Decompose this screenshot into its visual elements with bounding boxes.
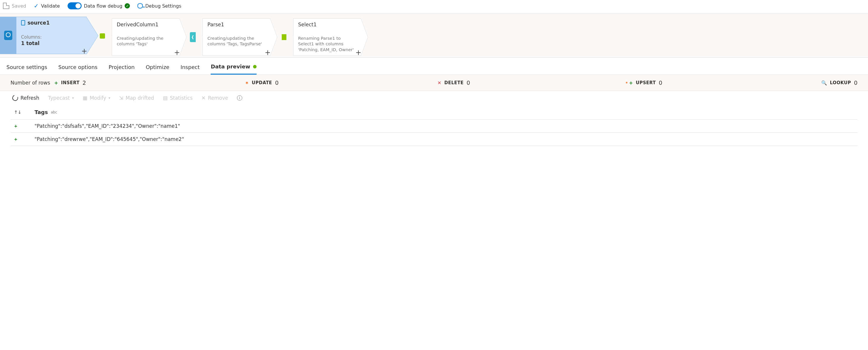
- add-step-icon[interactable]: +: [355, 49, 361, 57]
- update-icon: ✶: [245, 80, 249, 86]
- table-row[interactable]: +"Patching":"drewrwe","EAM_ID":"645645",…: [10, 133, 858, 146]
- source-name: source1: [28, 20, 50, 26]
- step-title: Select1: [298, 22, 356, 28]
- modify-icon: ▦: [83, 95, 88, 101]
- sql-database-icon: [4, 31, 12, 40]
- database-icon: [137, 3, 143, 8]
- map-drifted-button[interactable]: ⇲ Map drifted: [119, 95, 154, 101]
- table-header-row: ↑↓ Tags abc: [10, 105, 858, 120]
- validate-label: Validate: [41, 3, 60, 9]
- insert-row-icon: +: [14, 137, 34, 141]
- step-title: DerivedColumn1: [117, 22, 175, 28]
- debug-settings-button[interactable]: Debug Settings: [137, 3, 181, 9]
- tab-projection[interactable]: Projection: [108, 63, 134, 74]
- save-icon: [3, 3, 9, 9]
- preview-table: ↑↓ Tags abc +"Patching":"dsfsafs","EAM_I…: [10, 105, 858, 146]
- column-name[interactable]: Tags: [34, 109, 48, 115]
- stat-insert: + INSERT 2: [54, 79, 86, 86]
- lookup-icon: 🔍: [821, 80, 827, 86]
- step-description: Creating/updating the columns 'Tags': [117, 36, 175, 47]
- remove-button[interactable]: ✕ Remove: [201, 95, 228, 101]
- insert-row-icon: +: [14, 124, 34, 128]
- map-drifted-icon: ⇲: [119, 95, 123, 101]
- info-icon[interactable]: i: [237, 95, 242, 101]
- remove-icon: ✕: [201, 95, 205, 101]
- add-step-icon[interactable]: +: [265, 49, 271, 57]
- dataflow-debug-toggle[interactable]: Data flow debug: [68, 2, 130, 9]
- columns-total: 1 total: [21, 40, 82, 46]
- dataflow-debug-label: Data flow debug: [84, 3, 123, 9]
- tab-inspect[interactable]: Inspect: [181, 63, 200, 74]
- tab-data-preview[interactable]: Data preview: [211, 63, 256, 74]
- dataset-file-icon: [21, 20, 25, 26]
- top-toolbar: Saved Validate Data flow debug Debug Set…: [0, 0, 868, 14]
- table-row[interactable]: +"Patching":"dsfsafs","EAM_ID":"234234",…: [10, 120, 858, 133]
- stat-lookup: 🔍 LOOKUP 0: [821, 79, 858, 86]
- columns-label: Columns:: [21, 34, 82, 40]
- debug-settings-label: Debug Settings: [145, 3, 181, 9]
- tab-source-options[interactable]: Source options: [58, 63, 97, 74]
- statistics-button[interactable]: ▤ Statistics: [163, 95, 193, 101]
- typecast-button[interactable]: Typecast▾: [48, 95, 74, 101]
- step-description: Creating/updating the columns 'Tags, Tag…: [208, 36, 265, 47]
- toggle-on-icon: [68, 2, 82, 9]
- refresh-button[interactable]: Refresh: [12, 95, 39, 101]
- chevron-down-icon: ▾: [108, 96, 110, 100]
- flow-canvas[interactable]: source1 Columns: 1 total + DerivedColumn…: [0, 14, 868, 58]
- validate-button[interactable]: Validate: [34, 2, 60, 9]
- step-title: Parse1: [208, 22, 265, 28]
- delete-icon: ✕: [437, 80, 441, 86]
- save-label: Saved: [12, 3, 26, 9]
- stat-upsert: + UPSERT 0: [629, 79, 662, 86]
- rows-label: Number of rows: [10, 80, 50, 86]
- modify-button[interactable]: ▦ Modify▾: [83, 95, 110, 101]
- preview-actions: Refresh Typecast▾ ▦ Modify▾ ⇲ Map drifte…: [0, 91, 868, 105]
- sort-icon[interactable]: ↑↓: [14, 110, 34, 115]
- insert-icon: +: [54, 80, 58, 86]
- statistics-icon: ▤: [163, 95, 167, 101]
- flow-step-node[interactable]: DerivedColumn1Creating/updating the colu…: [97, 17, 180, 57]
- status-dot-icon: [253, 65, 256, 68]
- add-step-icon[interactable]: +: [81, 47, 87, 55]
- source-type-icon-wrap: [0, 17, 17, 54]
- tab-optimize[interactable]: Optimize: [146, 63, 169, 74]
- save-button[interactable]: Saved: [3, 3, 26, 9]
- refresh-icon: [11, 94, 19, 102]
- tab-source-settings[interactable]: Source settings: [6, 63, 47, 74]
- flow-step-node[interactable]: Parse1Creating/updating the columns 'Tag…: [187, 17, 270, 57]
- detail-tabs: Source settingsSource optionsProjectionO…: [0, 58, 868, 75]
- check-icon: [34, 2, 39, 9]
- stat-update: ✶ UPDATE 0: [245, 79, 279, 86]
- upsert-icon: +: [629, 80, 633, 86]
- cell-tags: "Patching":"drewrwe","EAM_ID":"645645","…: [34, 136, 184, 142]
- add-step-icon[interactable]: +: [174, 49, 180, 57]
- flow-source-node[interactable]: source1 Columns: 1 total +: [0, 17, 87, 54]
- step-description: Renaming Parse1 to Select1 with columns …: [298, 36, 356, 53]
- status-ok-icon: [125, 3, 130, 8]
- chevron-down-icon: ▾: [72, 96, 74, 100]
- stat-delete: ✕ DELETE 0: [437, 79, 470, 86]
- flow-step-node[interactable]: Select1Renaming Parse1 to Select1 with c…: [278, 17, 361, 57]
- row-stats-bar: Number of rows + INSERT 2 ✶ UPDATE 0 ✕ D…: [0, 75, 868, 91]
- cell-tags: "Patching":"dsfsafs","EAM_ID":"234234","…: [34, 123, 180, 129]
- column-type: abc: [51, 110, 57, 114]
